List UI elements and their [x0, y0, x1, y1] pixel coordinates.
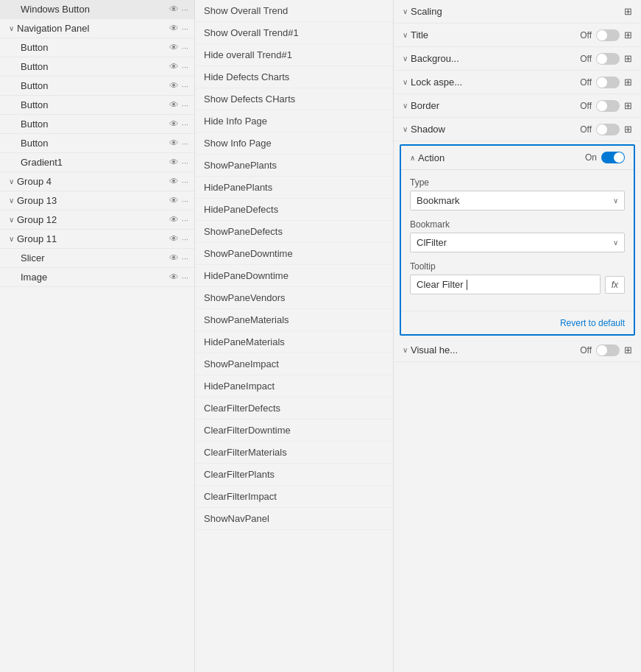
left-item-image[interactable]: Image👁··· — [0, 268, 194, 287]
eye-icon[interactable]: 👁 — [169, 99, 179, 110]
middle-item-11[interactable]: ShowPaneDowntime — [195, 243, 393, 265]
grid-icon[interactable]: ⊞ — [624, 53, 632, 64]
more-icon[interactable]: ··· — [182, 63, 188, 71]
middle-item-7[interactable]: ShowPanePlants — [195, 155, 393, 177]
toggle-background[interactable] — [596, 53, 620, 65]
property-name: Scaling — [411, 6, 442, 17]
left-item-group-12[interactable]: ∨Group 12👁··· — [0, 211, 194, 230]
eye-icon[interactable]: 👁 — [169, 252, 179, 264]
middle-item-5[interactable]: Hide Info Page — [195, 110, 393, 132]
grid-icon[interactable]: ⊞ — [624, 100, 632, 111]
middle-item-6[interactable]: Show Info Page — [195, 132, 393, 155]
more-icon[interactable]: ··· — [182, 24, 188, 33]
left-item-button-1[interactable]: Button👁··· — [0, 38, 194, 57]
action-chevron-up-icon: ∧ — [410, 154, 415, 162]
toggle-shadow[interactable] — [596, 124, 620, 135]
more-icon[interactable]: ··· — [182, 158, 188, 167]
action-header-label[interactable]: ∧Action — [410, 152, 445, 163]
toggle-title[interactable] — [596, 29, 620, 41]
more-icon[interactable]: ··· — [182, 5, 188, 14]
eye-icon[interactable]: 👁 — [169, 138, 179, 149]
eye-icon[interactable]: 👁 — [169, 4, 179, 15]
toggle-lock-aspect[interactable] — [596, 77, 620, 88]
type-select-chevron-down-icon: ∨ — [613, 197, 618, 205]
more-icon[interactable]: ··· — [182, 273, 188, 282]
type-value: Bookmark — [417, 195, 460, 206]
middle-item-17[interactable]: HidePaneImpact — [195, 375, 393, 397]
left-item-group-11[interactable]: ∨Group 11👁··· — [0, 230, 194, 249]
bookmark-select[interactable]: ClFilter∨ — [410, 233, 625, 252]
chevron-down-icon[interactable]: ∨ — [403, 125, 408, 133]
more-icon[interactable]: ··· — [182, 177, 188, 186]
eye-icon[interactable]: 👁 — [169, 23, 179, 34]
eye-icon[interactable]: 👁 — [169, 214, 179, 225]
left-item-button-5[interactable]: Button👁··· — [0, 115, 194, 134]
middle-item-2[interactable]: Hide overall Trend#1 — [195, 44, 393, 66]
left-item-gradient1[interactable]: Gradient1👁··· — [0, 153, 194, 172]
action-toggle[interactable] — [601, 152, 625, 163]
grid-icon[interactable]: ⊞ — [624, 344, 632, 356]
left-item-group-13[interactable]: ∨Group 13👁··· — [0, 191, 194, 211]
chevron-down-icon[interactable]: ∨ — [403, 54, 408, 63]
middle-item-15[interactable]: HidePaneMaterials — [195, 331, 393, 353]
eye-icon[interactable]: 👁 — [169, 42, 179, 53]
grid-icon[interactable]: ⊞ — [624, 124, 632, 135]
middle-item-18[interactable]: ClearFilterDefects — [195, 397, 393, 420]
eye-icon[interactable]: 👁 — [169, 272, 179, 283]
eye-icon[interactable]: 👁 — [169, 80, 179, 91]
type-select[interactable]: Bookmark∨ — [410, 191, 625, 211]
middle-item-22[interactable]: ClearFilterImpact — [195, 486, 393, 508]
left-item-slicer[interactable]: Slicer👁··· — [0, 249, 194, 268]
grid-icon[interactable]: ⊞ — [624, 29, 632, 40]
more-icon[interactable]: ··· — [182, 82, 188, 91]
left-item-button-3[interactable]: Button👁··· — [0, 77, 194, 96]
grid-icon[interactable]: ⊞ — [624, 77, 632, 88]
more-icon[interactable]: ··· — [182, 139, 188, 148]
chevron-down-icon[interactable]: ∨ — [403, 7, 408, 15]
left-item-group-4[interactable]: ∨Group 4👁··· — [0, 172, 194, 191]
chevron-down-icon[interactable]: ∨ — [403, 346, 408, 354]
more-icon[interactable]: ··· — [182, 120, 188, 129]
middle-item-20[interactable]: ClearFilterMaterials — [195, 442, 393, 464]
more-icon[interactable]: ··· — [182, 197, 188, 205]
middle-item-19[interactable]: ClearFilterDowntime — [195, 420, 393, 442]
grid-icon[interactable]: ⊞ — [624, 6, 632, 17]
eye-icon[interactable]: 👁 — [169, 195, 179, 206]
middle-item-16[interactable]: ShowPaneImpact — [195, 353, 393, 375]
eye-icon[interactable]: 👁 — [169, 176, 179, 187]
middle-item-3[interactable]: Hide Defects Charts — [195, 66, 393, 88]
toggle-border[interactable] — [596, 100, 620, 112]
middle-item-1[interactable]: Show Overall Trend#1 — [195, 22, 393, 44]
revert-to-default-link[interactable]: Revert to default — [560, 318, 625, 328]
middle-item-14[interactable]: ShowPaneMaterials — [195, 309, 393, 331]
toggle-visual-header[interactable] — [596, 344, 620, 356]
middle-item-4[interactable]: Show Defects CHarts — [195, 88, 393, 110]
middle-item-0[interactable]: Show Overall Trend — [195, 0, 393, 22]
middle-item-8[interactable]: HidePanePlants — [195, 177, 393, 199]
more-icon[interactable]: ··· — [182, 216, 188, 224]
left-item-button-4[interactable]: Button👁··· — [0, 96, 194, 115]
eye-icon[interactable]: 👁 — [169, 157, 179, 168]
left-item-button-6[interactable]: Button👁··· — [0, 134, 194, 153]
middle-item-23[interactable]: ShowNavPanel — [195, 508, 393, 530]
more-icon[interactable]: ··· — [182, 254, 188, 263]
left-item-windows-button[interactable]: Windows Button👁··· — [0, 0, 194, 19]
eye-icon[interactable]: 👁 — [169, 119, 179, 130]
middle-item-10[interactable]: ShowPaneDefects — [195, 221, 393, 243]
middle-item-13[interactable]: ShowPaneVendors — [195, 287, 393, 309]
more-icon[interactable]: ··· — [182, 235, 188, 244]
more-icon[interactable]: ··· — [182, 43, 188, 52]
eye-icon[interactable]: 👁 — [169, 61, 179, 72]
left-item-navigation-panel[interactable]: ∨Navigation Panel👁··· — [0, 19, 194, 38]
chevron-down-icon[interactable]: ∨ — [403, 78, 408, 86]
middle-item-9[interactable]: HidePaneDefects — [195, 199, 393, 221]
fx-button[interactable]: fx — [605, 276, 625, 294]
tooltip-input[interactable]: Clear Filter — [410, 275, 601, 294]
more-icon[interactable]: ··· — [182, 101, 188, 110]
chevron-down-icon[interactable]: ∨ — [403, 31, 408, 39]
left-item-button-2[interactable]: Button👁··· — [0, 57, 194, 77]
chevron-down-icon[interactable]: ∨ — [403, 102, 408, 110]
middle-item-12[interactable]: HidePaneDowntime — [195, 265, 393, 287]
eye-icon[interactable]: 👁 — [169, 233, 179, 244]
middle-item-21[interactable]: ClearFilterPlants — [195, 464, 393, 486]
